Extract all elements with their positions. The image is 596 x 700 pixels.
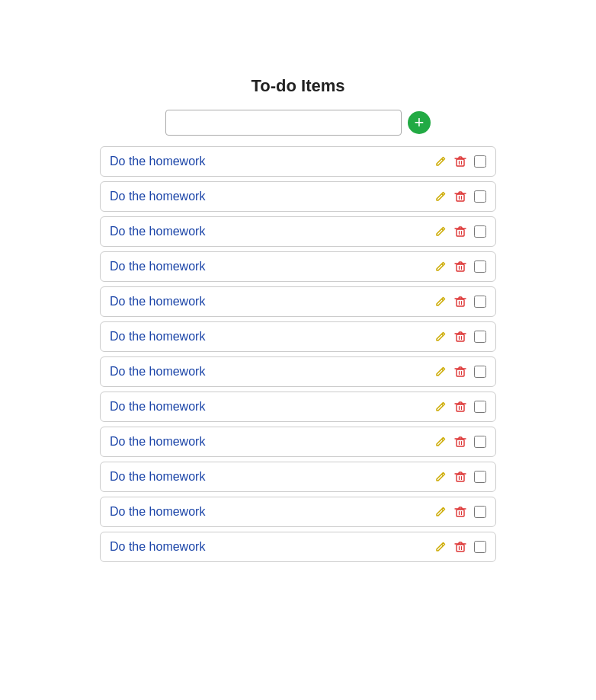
delete-icon[interactable] [454,261,466,273]
app-container: To-do Items + Do the homework Do the hom… [100,76,496,567]
svg-rect-1 [457,194,464,201]
edit-icon[interactable] [434,401,447,413]
edit-icon[interactable] [434,190,447,203]
todo-checkbox[interactable] [474,401,486,413]
delete-icon[interactable] [454,296,466,308]
todo-checkbox[interactable] [474,366,486,378]
todo-list: Do the homework Do the homework Do the h… [100,146,496,567]
todo-item-text: Do the homework [110,435,434,449]
svg-rect-2 [457,229,464,236]
delete-icon[interactable] [454,366,466,378]
todo-checkbox[interactable] [474,436,486,448]
todo-checkbox[interactable] [474,261,486,273]
todo-item-text: Do the homework [110,470,434,484]
delete-icon[interactable] [454,155,466,168]
edit-icon[interactable] [434,155,447,168]
edit-icon[interactable] [434,541,447,553]
todo-item: Do the homework [100,427,496,457]
todo-item: Do the homework [100,356,496,387]
todo-item: Do the homework [100,532,496,562]
delete-icon[interactable] [454,436,466,448]
edit-icon[interactable] [434,225,447,238]
todo-item-actions [434,225,486,238]
todo-item-actions [434,436,486,448]
edit-icon[interactable] [434,331,447,343]
todo-item-text: Do the homework [110,330,434,344]
todo-item-actions [434,541,486,553]
todo-item: Do the homework [100,216,496,247]
todo-checkbox[interactable] [474,155,486,168]
delete-icon[interactable] [454,225,466,238]
todo-item-actions [434,401,486,413]
delete-icon[interactable] [454,471,466,483]
todo-item: Do the homework [100,321,496,352]
todo-checkbox[interactable] [474,506,486,518]
edit-icon[interactable] [434,366,447,378]
delete-icon[interactable] [454,331,466,343]
edit-icon[interactable] [434,436,447,448]
todo-item-actions [434,366,486,378]
edit-icon[interactable] [434,471,447,483]
svg-rect-10 [457,510,464,516]
todo-item-text: Do the homework [110,505,434,519]
todo-checkbox[interactable] [474,190,486,203]
delete-icon[interactable] [454,190,466,203]
todo-item: Do the homework [100,392,496,422]
todo-item-actions [434,331,486,343]
todo-item-text: Do the homework [110,190,434,203]
svg-rect-4 [457,299,464,306]
edit-icon[interactable] [434,261,447,273]
todo-item: Do the homework [100,462,496,492]
new-item-row: + [100,110,496,136]
todo-item-actions [434,155,486,168]
edit-icon[interactable] [434,296,447,308]
todo-item: Do the homework [100,286,496,317]
todo-item: Do the homework [100,497,496,527]
svg-rect-11 [457,545,464,551]
new-item-input[interactable] [165,110,402,136]
svg-rect-6 [457,369,464,376]
delete-icon[interactable] [454,541,466,553]
page-title: To-do Items [251,76,344,96]
edit-icon[interactable] [434,506,447,518]
svg-rect-7 [457,404,464,411]
todo-checkbox[interactable] [474,471,486,483]
todo-checkbox[interactable] [474,541,486,553]
svg-rect-0 [457,159,464,166]
todo-item-actions [434,261,486,273]
todo-item: Do the homework [100,181,496,212]
todo-item-actions [434,296,486,308]
todo-item-text: Do the homework [110,225,434,238]
todo-item-text: Do the homework [110,365,434,379]
svg-rect-5 [457,334,464,341]
todo-item: Do the homework [100,146,496,177]
todo-checkbox[interactable] [474,225,486,238]
svg-rect-3 [457,264,464,271]
todo-item-actions [434,471,486,483]
todo-checkbox[interactable] [474,331,486,343]
todo-checkbox[interactable] [474,296,486,308]
add-item-button[interactable]: + [408,111,431,134]
todo-item-actions [434,190,486,203]
delete-icon[interactable] [454,401,466,413]
todo-item-text: Do the homework [110,260,434,273]
svg-rect-9 [457,475,464,481]
todo-item-text: Do the homework [110,540,434,554]
svg-rect-8 [457,439,464,446]
delete-icon[interactable] [454,506,466,518]
todo-item-text: Do the homework [110,155,434,168]
todo-item-text: Do the homework [110,295,434,308]
todo-item: Do the homework [100,251,496,282]
todo-item-actions [434,506,486,518]
todo-item-text: Do the homework [110,400,434,414]
